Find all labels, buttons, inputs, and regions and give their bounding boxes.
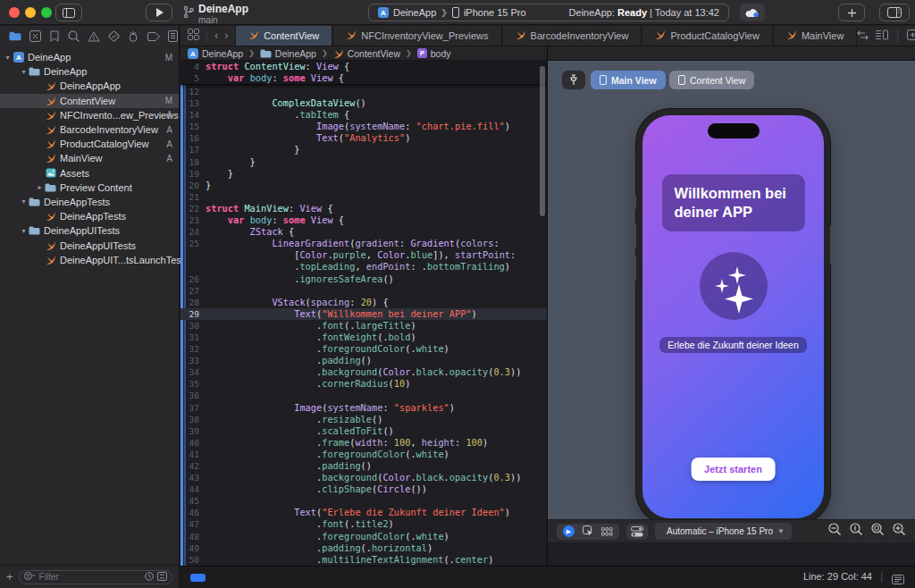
code-lines[interactable]: 1213 ComplexDataView()14 .tabItem {15 Im… xyxy=(180,86,547,566)
code-line-20[interactable]: 20} xyxy=(180,180,547,191)
iphone-preview-device[interactable]: Willkommen bei deiner APP Erlebe die Zuk… xyxy=(636,109,830,525)
code-line-39[interactable]: 39 .scaledToFit() xyxy=(180,425,547,437)
code-line-17[interactable]: 17 } xyxy=(180,144,547,155)
navigator-item-nfcinvento-ew-previews[interactable]: NFCInvento...ew_PreviewsA xyxy=(0,108,179,122)
code-line-22[interactable]: 22struct MainView: View { xyxy=(180,203,547,214)
navigator-item-preview-content[interactable]: ▸Preview Content xyxy=(0,181,179,195)
swap-editor-icon[interactable] xyxy=(857,28,869,44)
code-line-44[interactable]: 44 .clipShape(Circle()) xyxy=(180,483,547,495)
tests-navigator-icon[interactable] xyxy=(108,30,120,43)
code-line-50[interactable]: 50 .multilineTextAlignment(.center) xyxy=(180,554,547,566)
code-line-5[interactable]: 5 var body: some View { xyxy=(180,72,547,84)
editor-scrollbar[interactable] xyxy=(540,66,545,216)
navigator-item-barcodeinventoryview[interactable]: BarcodeInventoryViewA xyxy=(0,122,179,137)
library-add-button[interactable] xyxy=(838,4,865,21)
live-preview-button[interactable]: ▶ xyxy=(563,525,575,537)
navigator-item-deineappuit-tslaunchtests[interactable]: DeineAppUIT...tsLaunchTests xyxy=(0,253,179,267)
navigator-item-productcatalogview[interactable]: ProductCatalogViewA xyxy=(0,137,179,151)
variants-mode-button[interactable] xyxy=(601,524,613,540)
filter-field[interactable]: Filter xyxy=(19,570,172,584)
navigator-item-assets[interactable]: Assets xyxy=(0,166,179,181)
device-settings-button[interactable] xyxy=(626,524,648,540)
code-line-13[interactable]: 13 ComplexDataView() xyxy=(180,97,547,109)
breadcrumb-item[interactable]: DeineApp xyxy=(275,48,316,59)
reports-navigator-icon[interactable] xyxy=(168,30,179,43)
add-file-button[interactable]: + xyxy=(6,570,13,584)
breadcrumb-item[interactable]: body xyxy=(431,48,451,59)
breakpoints-navigator-icon[interactable] xyxy=(147,30,160,43)
navigator-item-deineappapp[interactable]: DeineAppApp xyxy=(0,79,179,93)
code-line-15[interactable]: 15 Image(systemName: "chart.pie.fill") xyxy=(180,121,547,132)
editor-options-button[interactable] xyxy=(879,4,910,21)
navigator-item-deineapp[interactable]: ▾DeineApp xyxy=(0,64,179,79)
code-line-4[interactable]: 4struct ContentView: View { xyxy=(180,61,547,72)
code-line-49[interactable]: 49 .padding(.horizontal) xyxy=(180,542,547,554)
code-line-wrap[interactable]: .topLeading, endPoint: .bottomTrailing) xyxy=(180,261,547,273)
code-line-30[interactable]: 30 .font(.largeTitle) xyxy=(180,320,547,332)
code-line-29[interactable]: 29 Text("Willkommen bei deiner APP") xyxy=(180,308,547,320)
code-line-41[interactable]: 41 .foregroundColor(.white) xyxy=(180,449,547,460)
code-line-38[interactable]: 38 .resizable() xyxy=(180,414,547,425)
source-control-navigator-icon[interactable] xyxy=(29,30,41,43)
code-line-37[interactable]: 37 Image(systemName: "sparkles") xyxy=(180,402,547,414)
disclosure-down-icon[interactable]: ▾ xyxy=(4,54,12,62)
app-preview-screen[interactable]: Willkommen bei deiner APP Erlebe die Zuk… xyxy=(642,115,824,518)
preview-device-menu[interactable]: Automatic – iPhone 15 Pro ▼ xyxy=(655,523,792,540)
run-button[interactable] xyxy=(146,4,172,21)
navigator-item-mainview[interactable]: MainViewA xyxy=(0,151,179,165)
navigator-item-deineapptests[interactable]: ▾DeineAppTests xyxy=(0,195,179,209)
navigator-item-deineapptests[interactable]: DeineAppTests xyxy=(0,209,179,223)
code-line-23[interactable]: 23 var body: some View { xyxy=(180,214,547,226)
code-line-32[interactable]: 32 .foregroundColor(.white) xyxy=(180,343,547,355)
bookmarks-navigator-icon[interactable] xyxy=(49,30,60,43)
find-navigator-icon[interactable] xyxy=(68,30,80,43)
breadcrumb-item[interactable]: DeineApp xyxy=(202,48,243,59)
code-editor[interactable]: 4struct ContentView: View {5 var body: s… xyxy=(180,61,547,566)
zoom-window-button[interactable] xyxy=(41,7,52,18)
zoom-fit-button[interactable] xyxy=(871,523,885,540)
tab-mainview[interactable]: MainView xyxy=(773,26,858,46)
related-items-icon[interactable] xyxy=(188,29,199,43)
tab-barcodeinventoryview[interactable]: BarcodeInventoryView xyxy=(502,26,642,46)
code-line-42[interactable]: 42 .padding() xyxy=(180,460,547,472)
code-line-27[interactable]: 27 xyxy=(180,285,547,297)
code-line-28[interactable]: 28 VStack(spacing: 20) { xyxy=(180,297,547,308)
code-line-12[interactable]: 12 xyxy=(180,86,547,97)
recent-files-icon[interactable] xyxy=(145,572,154,583)
tab-contentview[interactable]: ContentView xyxy=(235,26,332,46)
code-line-19[interactable]: 19 } xyxy=(180,168,547,180)
code-line-34[interactable]: 34 .background(Color.black.opacity(0.3)) xyxy=(180,366,547,378)
project-navigator-icon[interactable] xyxy=(9,30,21,43)
scheme-destination[interactable]: iPhone 15 Pro xyxy=(464,7,526,18)
selectable-mode-button[interactable] xyxy=(583,524,593,540)
code-line-33[interactable]: 33 .padding() xyxy=(180,355,547,366)
zoom-out-button[interactable] xyxy=(828,523,842,540)
pin-preview-button[interactable] xyxy=(562,71,585,89)
navigator-item-deineapp[interactable]: ▾ADeineAppM xyxy=(0,50,179,64)
disclosure-right-icon[interactable]: ▸ xyxy=(36,183,44,191)
xcode-cloud-button[interactable] xyxy=(740,4,765,21)
add-editor-icon[interactable] xyxy=(907,28,915,44)
code-line-46[interactable]: 46 Text("Erlebe die Zukunft deiner Ideen… xyxy=(180,507,547,518)
scheme-app-name[interactable]: DeineApp xyxy=(393,7,436,18)
code-line-14[interactable]: 14 .tabItem { xyxy=(180,109,547,121)
disclosure-down-icon[interactable]: ▾ xyxy=(20,197,28,206)
minimap-icon[interactable] xyxy=(876,28,888,44)
minimize-window-button[interactable] xyxy=(25,7,36,18)
preview-chip-content-view[interactable]: Content View xyxy=(669,71,754,89)
editor-only-icon[interactable] xyxy=(892,572,904,588)
tab-nfcinventoryview_previews[interactable]: NFCInventoryView_Previews xyxy=(332,26,501,46)
code-line-21[interactable]: 21 xyxy=(180,191,547,203)
tab-productcatalogview[interactable]: ProductCatalogView xyxy=(642,26,772,46)
go-back-button[interactable]: ‹ xyxy=(214,29,218,42)
code-line-26[interactable]: 26 .ignoresSafeArea() xyxy=(180,273,547,285)
code-line-wrap[interactable]: [Color.purple, Color.blue]), startPoint: xyxy=(180,249,547,261)
source-control-filter-icon[interactable] xyxy=(157,572,167,583)
code-line-25[interactable]: 25 LinearGradient(gradient: Gradient(col… xyxy=(180,238,547,249)
breadcrumb-item[interactable]: ContentView xyxy=(348,48,400,59)
scheme-selector[interactable]: A DeineApp ❯ iPhone 15 Pro DeineApp: Rea… xyxy=(368,4,729,21)
zoom-100-button[interactable] xyxy=(850,523,863,540)
close-window-button[interactable] xyxy=(9,7,20,18)
debug-navigator-icon[interactable] xyxy=(128,30,139,43)
code-line-36[interactable]: 36 xyxy=(180,390,547,401)
